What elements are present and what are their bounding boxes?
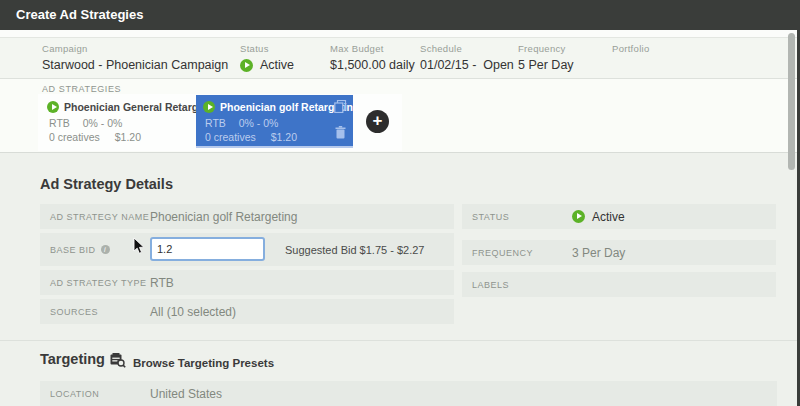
page-title: Create Ad Strategies: [16, 0, 143, 30]
sources-value: All (10 selected): [150, 305, 236, 319]
status-active-icon: [240, 59, 253, 72]
campaign-summary-row: Campaign Starwood - Phoenician Campaign …: [0, 38, 800, 79]
status-value: Active: [260, 58, 294, 72]
targeting-section: Targeting Browse Targeting Presets LOCAT…: [0, 341, 800, 406]
location-row: LOCATION United States: [40, 381, 777, 406]
frequency-row: FREQUENCY 3 Per Day: [462, 240, 776, 265]
suggested-bid-text: Suggested Bid $1.75 - $2.27: [285, 244, 424, 256]
status-active-icon: [572, 210, 585, 223]
details-heading: Ad Strategy Details: [40, 176, 173, 192]
labels-row: LABELS: [462, 272, 776, 297]
strategy-type: RTB: [205, 117, 226, 129]
duplicate-strategy-icon[interactable]: [334, 100, 347, 113]
strategy-card-general-retargeting[interactable]: Phoenician General Retargeting RTB 0% - …: [40, 95, 196, 148]
title-bar: Create Ad Strategies: [0, 0, 800, 30]
max-budget-field: Max Budget $1,500.00 daily: [330, 43, 415, 72]
detail-status-label: STATUS: [472, 212, 509, 222]
strategy-cards-strip: Phoenician General Retargeting RTB 0% - …: [38, 94, 402, 151]
location-value: United States: [150, 387, 222, 401]
schedule-value: 01/02/15 - Open: [420, 58, 514, 72]
location-label: LOCATION: [50, 389, 99, 399]
detail-status-value: Active: [592, 210, 625, 224]
frequency-field: Frequency 5 Per Day: [518, 43, 574, 72]
max-budget-label: Max Budget: [330, 43, 415, 54]
base-bid-input[interactable]: [150, 237, 265, 261]
ad-strategies-section: AD STRATEGIES Phoenician General Retarge…: [0, 79, 800, 153]
schedule-field: Schedule 01/02/15 - Open: [420, 43, 514, 72]
strategy-active-icon: [203, 101, 215, 113]
ad-strategy-details-section: Ad Strategy Details AD STRATEGY NAME Pho…: [0, 154, 800, 341]
status-label: Status: [240, 43, 294, 54]
strategy-percent: 0% - 0%: [239, 117, 279, 129]
base-bid-label: BASE BID: [50, 245, 96, 255]
ad-strategy-type-label: AD STRATEGY TYPE: [50, 278, 147, 288]
vertical-scrollbar-thumb[interactable]: [788, 33, 795, 170]
strategy-bid: $1.20: [115, 131, 141, 143]
frequency-value: 5 Per Day: [518, 58, 574, 72]
status-field: Status Active: [240, 43, 294, 72]
status-row: STATUS Active: [462, 204, 776, 229]
max-budget-value: $1,500.00 daily: [330, 58, 415, 72]
add-strategy-button[interactable]: +: [366, 110, 389, 133]
campaign-field: Campaign Starwood - Phoenician Campaign: [42, 43, 228, 72]
strategy-active-icon: [47, 101, 59, 113]
portfolio-label: Portfolio: [612, 43, 650, 54]
detail-frequency-label: FREQUENCY: [472, 248, 533, 258]
ad-strategy-type-row: AD STRATEGY TYPE RTB: [40, 270, 454, 295]
info-icon[interactable]: [101, 245, 110, 254]
frequency-label: Frequency: [518, 43, 574, 54]
labels-label: LABELS: [472, 280, 509, 290]
sources-row: SOURCES All (10 selected): [40, 299, 454, 324]
sub-band: [0, 30, 800, 38]
strategy-percent: 0% - 0%: [83, 117, 123, 129]
delete-strategy-icon[interactable]: [335, 126, 346, 139]
strategy-bid: $1.20: [271, 131, 297, 143]
base-bid-row: BASE BID Suggested Bid $1.75 - $2.27: [40, 233, 454, 266]
browse-targeting-presets-label: Browse Targeting Presets: [133, 357, 274, 369]
strategy-type: RTB: [49, 117, 70, 129]
campaign-label: Campaign: [42, 43, 228, 54]
targeting-heading: Targeting: [40, 351, 105, 367]
targeting-presets-icon: [110, 353, 126, 372]
ad-strategies-section-label: AD STRATEGIES: [42, 84, 121, 94]
portfolio-field: Portfolio: [612, 43, 650, 58]
sources-label: SOURCES: [50, 307, 98, 317]
ad-strategy-name-row: AD STRATEGY NAME Phoenician golf Retarge…: [40, 204, 454, 229]
detail-frequency-value: 3 Per Day: [572, 246, 625, 260]
ad-strategy-type-value: RTB: [150, 276, 174, 290]
strategy-creatives: 0 creatives: [205, 131, 256, 143]
schedule-label: Schedule: [420, 43, 514, 54]
ad-strategy-name-value: Phoenician golf Retargeting: [150, 210, 297, 224]
browse-targeting-presets-button[interactable]: Browse Targeting Presets: [110, 353, 274, 372]
strategy-creatives: 0 creatives: [49, 131, 100, 143]
campaign-name: Starwood - Phoenician Campaign: [42, 58, 228, 72]
strategy-card-golf-retargeting-selected[interactable]: Phoenician golf Retargeting RTB 0% - 0% …: [196, 95, 353, 148]
ad-strategy-name-label: AD STRATEGY NAME: [50, 212, 149, 222]
